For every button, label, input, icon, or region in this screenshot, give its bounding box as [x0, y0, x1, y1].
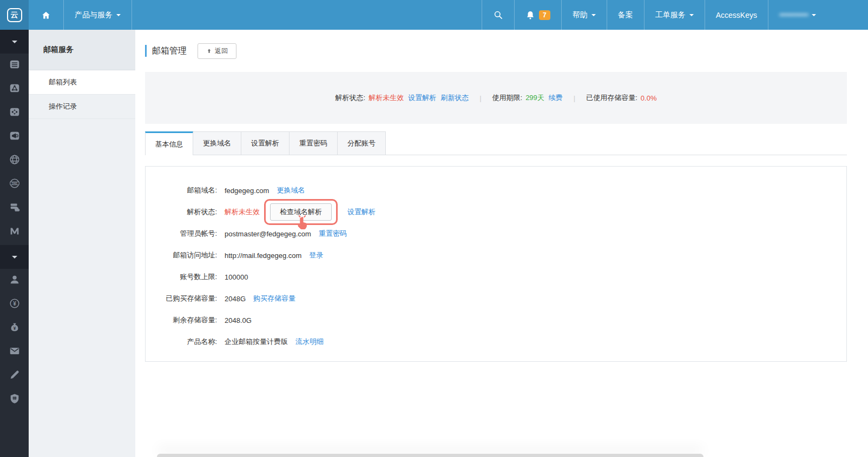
detail-label: 已购买存储容量: — [146, 294, 217, 303]
notification-count-badge: 7 — [539, 10, 550, 20]
topbar: 云 产品与服务 7 帮助 备案 工单服务 AccessKeys ••••••••… — [0, 0, 868, 30]
dns-icon: DNS — [9, 177, 21, 191]
sidebar-item-billing[interactable]: ¥ — [0, 293, 29, 316]
tab[interactable]: 更换域名 — [193, 131, 241, 155]
sidebar-item-security[interactable] — [0, 388, 29, 412]
secondary-sidebar-title: 邮箱服务 — [29, 30, 135, 70]
storage-used-value: 0.0% — [641, 94, 657, 102]
accesskeys-link[interactable]: AccessKeys — [705, 0, 768, 30]
sidebar-item-user[interactable] — [0, 269, 29, 293]
secondary-sidebar: 邮箱服务 邮箱列表操作记录 — [29, 30, 135, 457]
svg-text:DNS: DNS — [11, 182, 17, 185]
billing-yuan-icon: ¥ — [9, 297, 21, 312]
products-menu[interactable]: 产品与服务 — [64, 0, 132, 30]
beian-label: 备案 — [618, 10, 633, 20]
sidebar-item-operation-log[interactable]: 操作记录 — [29, 95, 135, 119]
tab[interactable]: 分配账号 — [338, 131, 386, 155]
sidebar-item-funds[interactable]: ¥ — [0, 316, 29, 340]
title-accent-bar — [145, 45, 147, 57]
help-menu[interactable]: 帮助 — [561, 0, 607, 30]
arrow-up-icon — [206, 48, 212, 54]
back-button-label: 返回 — [215, 47, 228, 56]
ticket-service-label: 工单服务 — [655, 10, 686, 20]
detail-row: 剩余存储容量:2048.0G — [146, 309, 846, 331]
chevron-down-icon — [116, 14, 121, 18]
chevron-down-icon — [689, 14, 694, 18]
sidebar-item-dns[interactable]: DNS — [0, 173, 29, 196]
envelope-icon — [9, 345, 21, 359]
detail-value: 2048.0G — [225, 316, 252, 324]
account-menu[interactable]: ••••••••••••••• — [768, 0, 868, 30]
sidebar-item-messages[interactable] — [0, 340, 29, 364]
secondary-sidebar-items: 邮箱列表操作记录 — [29, 70, 135, 119]
sidebar-item-server[interactable] — [0, 54, 29, 77]
home-button[interactable] — [29, 0, 64, 30]
aliyun-logo[interactable]: 云 — [0, 0, 29, 30]
beian-link[interactable]: 备案 — [607, 0, 644, 30]
highlight-ring: 检查域名解析 — [264, 199, 338, 225]
detail-row: 解析状态:解析未生效检查域名解析设置解析 — [146, 201, 846, 223]
detail-row: 账号数上限:100000 — [146, 266, 846, 288]
notifications-button[interactable]: 7 — [514, 0, 561, 30]
detail-row: 邮箱访问地址:http://mail.fedgegeg.com登录 — [146, 244, 846, 266]
detail-value: 企业邮箱按量计费版 — [225, 337, 288, 347]
detail-label: 邮箱访问地址: — [146, 250, 217, 260]
detail-action-link[interactable]: 购买存储容量 — [253, 294, 295, 303]
detail-value: 2048G — [225, 295, 246, 303]
sidebar-item-mail-m[interactable] — [0, 220, 29, 244]
globe-icon — [9, 154, 21, 168]
help-menu-label: 帮助 — [573, 10, 588, 20]
sidebar-item-scaling[interactable] — [0, 101, 29, 125]
security-shield-icon — [9, 393, 21, 407]
detail-label: 管理员帐号: — [146, 229, 217, 239]
sidebar-expander-top[interactable] — [0, 30, 29, 54]
sidebar-item-vpc[interactable] — [0, 125, 29, 149]
vpc-icon — [9, 130, 21, 144]
tab[interactable]: 重置密码 — [290, 131, 338, 155]
sidebar-item-cdn[interactable] — [0, 149, 29, 173]
cloud-logo-icon: 云 — [7, 8, 22, 22]
chevron-down-icon — [591, 14, 596, 18]
sidebar-item-load-balancer[interactable] — [0, 77, 29, 101]
detail-value: http://mail.fedgegeg.com — [225, 251, 301, 260]
divider: | — [574, 94, 575, 102]
storage-cloud-icon — [9, 201, 21, 215]
svg-text:¥: ¥ — [13, 301, 16, 307]
account-name-blurred: ••••••••••••••• — [779, 11, 808, 19]
detail-label: 邮箱域名: — [146, 186, 217, 195]
chevron-down-icon — [12, 256, 17, 261]
sidebar-item-feedback[interactable] — [0, 364, 29, 388]
tab[interactable]: 设置解析 — [241, 131, 290, 155]
search-button[interactable] — [482, 0, 514, 30]
topbar-spacer — [132, 0, 482, 30]
refresh-status-link[interactable]: 刷新状态 — [440, 93, 469, 103]
page-title-row: 邮箱管理 返回 — [145, 43, 847, 58]
moneybag-icon: ¥ — [9, 321, 21, 335]
back-button[interactable]: 返回 — [198, 43, 236, 59]
set-resolution-link[interactable]: 设置解析 — [408, 93, 436, 103]
resolution-status-label: 解析状态: — [336, 93, 366, 103]
ticket-service-menu[interactable]: 工单服务 — [644, 0, 705, 30]
detail-action-link[interactable]: 登录 — [309, 250, 323, 260]
usage-period-value: 299天 — [525, 93, 544, 103]
accesskeys-label: AccessKeys — [716, 11, 757, 19]
main-content: 邮箱管理 返回 解析状态: 解析未生效 设置解析 刷新状态 | 使用期限: 29… — [135, 30, 868, 457]
detail-action-link[interactable]: 更换域名 — [277, 186, 305, 195]
detail-action-link[interactable]: 重置密码 — [319, 229, 347, 239]
detail-label: 产品名称: — [146, 337, 217, 347]
mail-m-icon — [9, 225, 21, 239]
bottom-dock-edge — [157, 454, 703, 457]
detail-row: 邮箱域名:fedgegeg.com更换域名 — [146, 180, 846, 201]
detail-action-link[interactable]: 设置解析 — [347, 207, 376, 217]
detail-action-link[interactable]: 流水明细 — [295, 337, 324, 347]
home-icon — [41, 10, 51, 20]
sidebar-item-storage[interactable] — [0, 196, 29, 220]
detail-label: 解析状态: — [146, 207, 217, 217]
renew-link[interactable]: 续费 — [549, 93, 563, 103]
storage-used-label: 已使用存储容量: — [586, 93, 637, 103]
tab[interactable]: 基本信息 — [145, 131, 193, 155]
detail-value: fedgegeg.com — [225, 187, 269, 195]
sidebar-expander-bottom[interactable] — [0, 245, 29, 269]
chevron-down-icon — [12, 41, 17, 46]
sidebar-item-mail-list[interactable]: 邮箱列表 — [29, 70, 135, 95]
